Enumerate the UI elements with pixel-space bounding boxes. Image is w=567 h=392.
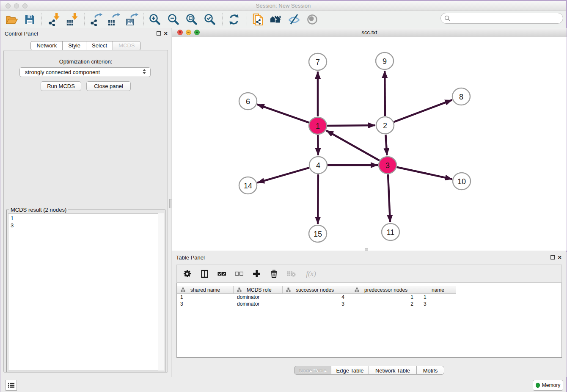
graph-edge-3-10[interactable] bbox=[397, 167, 452, 179]
graph-edge-2-9[interactable] bbox=[385, 71, 385, 116]
graph-edge-4-15[interactable] bbox=[318, 174, 318, 224]
deselect-all-checkboxes-icon[interactable] bbox=[234, 269, 244, 279]
graph-node-11[interactable]: 11 bbox=[382, 224, 399, 240]
add-column-icon[interactable] bbox=[251, 269, 261, 279]
eye-slash-icon[interactable] bbox=[287, 12, 301, 27]
export-image-icon[interactable] bbox=[125, 12, 139, 27]
graph-edge-2-3[interactable] bbox=[385, 135, 387, 155]
table-cell: 1 bbox=[177, 294, 234, 300]
status-bar: Memory bbox=[0, 377, 566, 392]
tab-network[interactable]: Network bbox=[30, 41, 63, 50]
column-header-predecessor-nodes[interactable]: predecessor nodes bbox=[351, 286, 420, 294]
float-panel-icon[interactable] bbox=[550, 255, 555, 259]
toolbar-separator bbox=[247, 13, 247, 26]
tab-network-table[interactable]: Network Table bbox=[369, 366, 417, 375]
optimization-select[interactable]: strongly connected component bbox=[19, 67, 151, 77]
graph-node-2[interactable]: 2 bbox=[376, 117, 394, 134]
result-scrollbar[interactable] bbox=[158, 213, 164, 370]
tab-edge-table[interactable]: Edge Table bbox=[331, 366, 369, 375]
search-input[interactable] bbox=[452, 14, 563, 23]
graph-node-6[interactable]: 6 bbox=[239, 93, 257, 110]
column-header-shared-name[interactable]: shared name bbox=[177, 286, 234, 294]
graph-node-7[interactable]: 7 bbox=[309, 53, 327, 70]
toolbar-separator bbox=[84, 13, 85, 26]
double-house-icon[interactable] bbox=[268, 12, 283, 27]
network-window: × − + scc.txt 7968124314101511 bbox=[172, 28, 567, 251]
zoom-in-icon[interactable] bbox=[148, 12, 162, 27]
column-label: MCDS role bbox=[247, 287, 272, 293]
table-cell: 4 bbox=[283, 294, 351, 300]
column-header-successor-nodes[interactable]: successor nodes bbox=[283, 286, 351, 294]
graph-edge-3-1[interactable] bbox=[326, 130, 380, 160]
export-table-icon[interactable] bbox=[107, 12, 121, 27]
zoom-selected-icon[interactable] bbox=[203, 12, 217, 27]
close-panel-icon[interactable]: × bbox=[558, 254, 561, 261]
graph-edge-1-4[interactable] bbox=[318, 135, 318, 155]
svg-text:4: 4 bbox=[316, 161, 320, 170]
graph-node-3[interactable]: 3 bbox=[379, 157, 396, 174]
graph-edge-3-11[interactable] bbox=[388, 174, 390, 222]
table-cell: dominator bbox=[234, 301, 283, 307]
network-graph[interactable]: 7968124314101511 bbox=[172, 37, 566, 251]
float-panel-icon[interactable] bbox=[157, 31, 161, 36]
control-panel: Control Panel × NetworkStyleSelectMCDS O… bbox=[0, 28, 171, 377]
graph-node-14[interactable]: 14 bbox=[239, 177, 257, 194]
toolbar-separator bbox=[41, 13, 42, 26]
graph-node-8[interactable]: 8 bbox=[452, 88, 470, 105]
gear-icon[interactable] bbox=[182, 269, 192, 279]
table-cell: 2 bbox=[351, 301, 420, 307]
optimization-value: strongly connected component bbox=[25, 69, 100, 75]
control-panel-title: Control Panel bbox=[5, 30, 38, 37]
main-toolbar bbox=[0, 11, 566, 28]
table-cell: 1 bbox=[351, 294, 420, 300]
tab-select[interactable]: Select bbox=[86, 41, 113, 50]
zoom-out-icon[interactable] bbox=[166, 12, 181, 27]
graph-edge-1-2[interactable] bbox=[327, 125, 375, 126]
import-table-icon[interactable] bbox=[65, 12, 80, 27]
run-mcds-button[interactable]: Run MCDS bbox=[41, 81, 81, 91]
open-folder-icon[interactable] bbox=[5, 12, 19, 27]
graph-node-4[interactable]: 4 bbox=[309, 157, 327, 174]
optimization-label: Optimization criterion: bbox=[4, 58, 168, 65]
save-floppy-icon[interactable] bbox=[22, 12, 37, 27]
zoom-fit-icon[interactable] bbox=[184, 12, 199, 27]
graph-node-10[interactable]: 10 bbox=[453, 173, 471, 190]
svg-text:11: 11 bbox=[387, 228, 395, 237]
close-panel-icon[interactable]: × bbox=[164, 30, 168, 37]
graph-node-9[interactable]: 9 bbox=[376, 52, 394, 69]
column-header-mcds-role[interactable]: MCDS role bbox=[234, 286, 283, 294]
graph-edge-2-8[interactable] bbox=[394, 100, 452, 122]
split-columns-icon[interactable] bbox=[199, 269, 209, 279]
refresh-icon[interactable] bbox=[227, 12, 241, 27]
canvas-resize-handle[interactable] bbox=[365, 248, 368, 251]
graph-node-15[interactable]: 15 bbox=[309, 225, 327, 242]
column-label: successor nodes bbox=[296, 287, 334, 293]
node-table: shared nameMCDS rolesuccessor nodesprede… bbox=[176, 283, 562, 358]
task-history-button[interactable] bbox=[6, 380, 17, 391]
graph-node-1[interactable]: 1 bbox=[309, 117, 327, 134]
tab-style[interactable]: Style bbox=[62, 41, 86, 50]
column-header-name[interactable]: name bbox=[420, 286, 456, 294]
select-all-checkboxes-icon[interactable] bbox=[217, 269, 227, 279]
tab-mcds[interactable]: MCDS bbox=[113, 41, 140, 50]
close-panel-button[interactable]: Close panel bbox=[86, 81, 131, 91]
eye-icon[interactable] bbox=[305, 12, 319, 27]
column-label: name bbox=[432, 287, 444, 293]
control-panel-tabs: NetworkStyleSelectMCDS bbox=[0, 41, 171, 50]
document-network-icon[interactable] bbox=[251, 12, 265, 27]
graph-edge-4-14[interactable] bbox=[257, 168, 309, 183]
export-network-icon[interactable] bbox=[89, 12, 103, 27]
tab-motifs[interactable]: Motifs bbox=[416, 366, 444, 375]
table-row[interactable]: 3dominator323 bbox=[177, 301, 561, 307]
table-body: 1dominator4113dominator323 bbox=[177, 294, 561, 307]
table-row[interactable]: 1dominator411 bbox=[177, 294, 561, 301]
import-network-icon[interactable] bbox=[47, 12, 61, 27]
tab-node-table[interactable]: Node Table bbox=[294, 366, 331, 375]
column-label: predecessor nodes bbox=[364, 287, 407, 293]
memory-button[interactable]: Memory bbox=[533, 380, 563, 391]
hierarchy-icon bbox=[355, 287, 359, 292]
mcds-result-text[interactable]: 13 bbox=[8, 213, 164, 370]
graph-edge-1-6[interactable] bbox=[257, 105, 309, 123]
svg-text:7: 7 bbox=[316, 58, 320, 66]
trash-icon[interactable] bbox=[269, 269, 279, 279]
